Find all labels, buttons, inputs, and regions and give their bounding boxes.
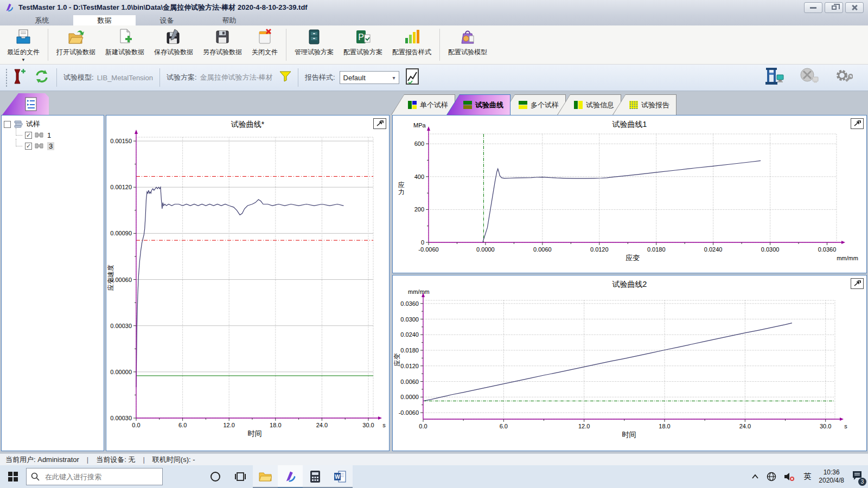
specimen-3-label[interactable]: 3 (47, 142, 54, 150)
svg-text:30.0: 30.0 (362, 422, 374, 428)
save-data-button[interactable]: 保存试验数据 (149, 25, 198, 64)
svg-text:400: 400 (414, 174, 424, 180)
start-button[interactable] (0, 465, 26, 488)
recent-files-button[interactable]: 最近的文件 ▼ (2, 25, 44, 64)
window-title: TestMaster 1.0 - D:\TestMaster 1.0\bin\D… (18, 3, 308, 12)
root-checkbox[interactable] (4, 121, 11, 128)
menu-data[interactable]: 数据 (73, 15, 136, 25)
svg-text:24.0: 24.0 (316, 422, 328, 428)
toolbar-separator (298, 68, 298, 87)
offline-status-button[interactable] (799, 67, 820, 88)
filter-scheme-button[interactable] (279, 71, 291, 84)
taskbar-calculator-button[interactable] (303, 465, 328, 488)
svg-text:0.0180: 0.0180 (400, 347, 419, 354)
menu-device[interactable]: 设备 (136, 15, 198, 25)
svg-text:应力: 应力 (398, 181, 405, 196)
refresh-button[interactable] (34, 68, 50, 87)
app-logo-icon (4, 3, 14, 12)
specimen-1-label[interactable]: 1 (47, 131, 51, 139)
svg-text:0.0120: 0.0120 (400, 363, 419, 369)
status-separator: | (143, 455, 144, 464)
manage-scheme-button[interactable]: 管理试验方案 (290, 25, 339, 64)
specimen-icon (35, 143, 44, 149)
tray-expand-icon[interactable] (751, 474, 759, 479)
action-center-button[interactable]: 3 (852, 470, 863, 483)
toolbar-separator (286, 29, 286, 61)
clock-time: 10:36 (819, 468, 844, 477)
report-preview-button[interactable] (405, 68, 420, 87)
taskbar-search[interactable] (26, 468, 163, 485)
svg-text:0.0060: 0.0060 (400, 378, 419, 385)
settings-button[interactable] (834, 67, 853, 88)
svg-text:MPa: MPa (413, 122, 426, 129)
notification-badge: 3 (858, 478, 866, 486)
svg-text:0.0180: 0.0180 (647, 246, 666, 253)
menu-help[interactable]: 帮助 (198, 15, 260, 25)
report-style-select[interactable]: Default ▾ (340, 71, 399, 84)
app-window: TestMaster 1.0 - D:\TestMaster 1.0\bin\D… (0, 0, 868, 488)
restore-button[interactable] (825, 2, 843, 13)
status-separator: | (87, 455, 88, 464)
open-data-button[interactable]: 打开试验数据 (52, 25, 100, 64)
test-machine-icon (765, 67, 784, 86)
tree-item-3[interactable]: ✓ 3 (16, 140, 101, 151)
config-model-button[interactable]: 配置试验模型 (443, 25, 492, 64)
minimize-icon (810, 7, 816, 9)
search-input[interactable] (44, 472, 147, 481)
minimize-button[interactable] (804, 2, 822, 13)
tab-single-specimen[interactable]: 单个试样 (391, 94, 455, 115)
new-data-button[interactable]: 新建试验数据 (100, 25, 149, 64)
tab-test-curve[interactable]: 试验曲线 (446, 94, 510, 115)
test-curve-tab-icon (463, 101, 472, 109)
config-report-button[interactable]: 配置报告样式 (387, 25, 436, 64)
close-button[interactable] (845, 2, 864, 13)
machine-connect-button[interactable] (765, 67, 784, 88)
tab-test-report[interactable]: 试验报告 (612, 94, 676, 115)
recent-files-icon (14, 28, 33, 46)
specimen-3-checkbox[interactable]: ✓ (25, 143, 32, 150)
taskbar-word-button[interactable]: W (328, 465, 353, 488)
close-icon (851, 4, 858, 11)
config-scheme-button[interactable]: P 配置试验方案 (339, 25, 387, 64)
svg-text:0.00150: 0.00150 (110, 138, 132, 144)
svg-text:0.0240: 0.0240 (400, 331, 419, 338)
svg-text:18.0: 18.0 (270, 422, 281, 428)
svg-text:时间: 时间 (622, 431, 636, 439)
tab-test-info[interactable]: 试验信息 (557, 94, 621, 115)
taskbar-clock[interactable]: 10:36 2020/4/8 (819, 468, 844, 485)
svg-text:0: 0 (421, 239, 424, 246)
svg-text:应变: 应变 (393, 354, 401, 367)
menu-system[interactable]: 系统 (11, 15, 73, 25)
svg-text:mm/mm: mm/mm (837, 255, 858, 261)
close-file-button[interactable]: 关闭文件 (247, 25, 283, 64)
volume-muted-icon[interactable] (784, 472, 796, 481)
taskbar-task-view-button[interactable] (228, 465, 253, 488)
single-specimen-tab-icon (408, 101, 417, 109)
workspace: 试样 ✓ 1 ✓ 3 试验曲线* (0, 91, 868, 453)
tree-item-1[interactable]: ✓ 1 (16, 130, 101, 140)
svg-text:0.00030: 0.00030 (110, 415, 132, 421)
taskbar-cortana-button[interactable] (203, 465, 228, 488)
tab-multi-specimen[interactable]: 多个试样 (502, 94, 566, 115)
status-online-time: 联机时间(s): - (152, 455, 195, 465)
report-curve-icon (405, 68, 420, 85)
main-toolbar: 最近的文件 ▼ 打开试验数据 新建试验数据 保存试验数据 另存试验 (0, 25, 868, 65)
taskbar-testmaster-button[interactable] (278, 465, 303, 488)
search-icon (31, 472, 40, 481)
svg-text:0.00030: 0.00030 (110, 323, 132, 329)
specimen-list-tab[interactable] (2, 93, 49, 115)
tree-root-label[interactable]: 试样 (26, 119, 40, 129)
ime-language-indicator[interactable]: 英 (803, 472, 811, 481)
taskbar-file-explorer-button[interactable] (253, 465, 278, 488)
toolbar-separator (439, 29, 440, 61)
save-as-data-button[interactable]: 另存试验数据 (198, 25, 247, 64)
refresh-icon (34, 68, 50, 85)
svg-text:0.0300: 0.0300 (761, 246, 780, 253)
add-specimen-button[interactable] (12, 68, 26, 87)
scheme-label: 试验方案: (167, 73, 197, 82)
specimen-1-checkbox[interactable]: ✓ (25, 132, 32, 139)
system-tray: 英 10:36 2020/4/8 3 (751, 468, 868, 485)
specimen-add-icon (12, 68, 26, 85)
network-globe-icon[interactable] (767, 472, 776, 481)
svg-text:0.0000: 0.0000 (476, 246, 495, 253)
